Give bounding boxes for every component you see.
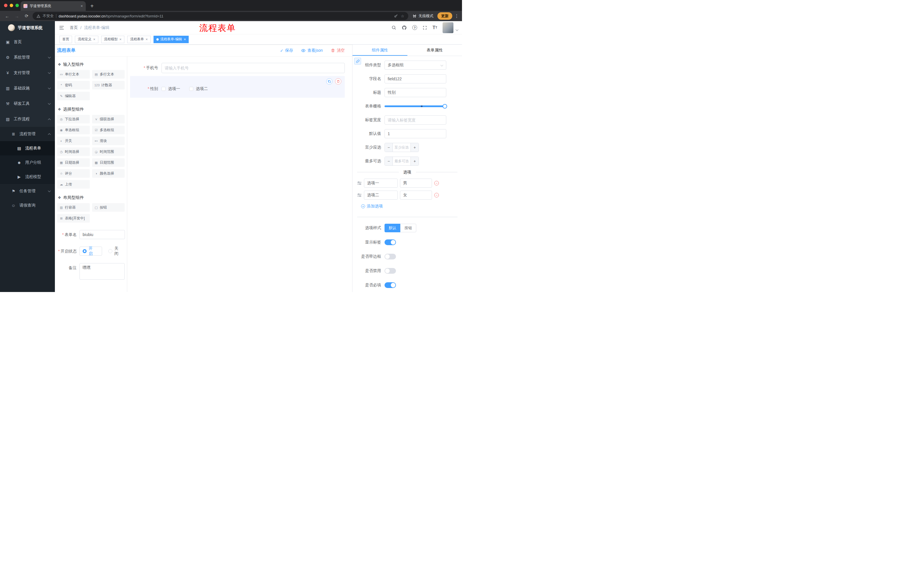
style-button-button[interactable]: 按钮 [400, 224, 416, 232]
tag-process-form-edit[interactable]: 流程表单-编辑× [153, 36, 189, 43]
tab-form-props[interactable]: 表单属性 [408, 44, 462, 56]
fullscreen-icon[interactable] [422, 25, 427, 30]
style-default-button[interactable]: 默认 [384, 224, 401, 232]
palette-item-switch[interactable]: ◐开关 [57, 137, 90, 145]
default-value-input[interactable] [384, 129, 446, 138]
minus-button[interactable]: − [385, 143, 393, 152]
tab-close-icon[interactable]: × [81, 4, 83, 8]
back-button[interactable]: ← [3, 14, 11, 18]
sidebar-item-workflow[interactable]: ▧ 工作流程 [0, 112, 55, 127]
clear-button[interactable]: 清空 [331, 48, 345, 53]
option-value-input[interactable] [400, 191, 432, 200]
address-bar[interactable]: 不安全 dashboard.yudao.iocoder.cn/bpm/manag… [33, 12, 408, 20]
breadcrumb-home[interactable]: 首页 [70, 25, 78, 30]
tag-process-model[interactable]: 流程模型× [101, 36, 125, 43]
browser-tab[interactable]: 芋道管理系统 × [21, 1, 86, 11]
help-icon[interactable]: ? [412, 25, 417, 30]
bookmark-star-icon[interactable]: ☆ [401, 14, 404, 18]
sidebar-item-payment[interactable]: ¥ 支付管理 [0, 65, 55, 81]
palette-item-color-picker[interactable]: ◑颜色选择 [92, 169, 125, 178]
remove-option-button[interactable]: − [434, 181, 439, 186]
border-toggle[interactable] [384, 254, 396, 260]
window-close-button[interactable] [4, 4, 7, 7]
phone-input[interactable] [162, 63, 345, 73]
required-toggle[interactable] [384, 282, 396, 288]
password-key-icon[interactable] [394, 14, 398, 18]
gender-option-2-checkbox[interactable]: 选项二 [189, 86, 208, 91]
form-grid-slider[interactable] [384, 102, 446, 111]
sidebar-item-system[interactable]: ⚙ 系统管理 [0, 50, 55, 65]
window-zoom-button[interactable] [15, 4, 19, 7]
minus-button[interactable]: − [385, 157, 393, 165]
slider-handle[interactable] [442, 104, 447, 109]
palette-item-dropdown[interactable]: ◎下拉选择 [57, 115, 90, 123]
form-canvas[interactable]: *手机号 [127, 57, 352, 292]
palette-item-editor[interactable]: ✎编辑器 [57, 92, 90, 100]
tag-close-icon[interactable]: × [145, 38, 148, 41]
title-input[interactable] [384, 88, 446, 97]
palette-item-rate[interactable]: ☆评分 [57, 169, 90, 178]
palette-item-multi-text[interactable]: ▤多行文本 [92, 70, 125, 79]
save-button[interactable]: ✓ 保存 [280, 48, 293, 53]
sidebar-item-process-model[interactable]: ▶ 流程模型 [0, 170, 55, 184]
palette-item-cascader[interactable]: ⋎级联选择 [92, 115, 125, 123]
palette-item-checkbox-group[interactable]: ☑多选框组 [92, 126, 125, 134]
avatar-caret-icon[interactable] [456, 28, 459, 31]
sidebar-item-process-form[interactable]: ▤ 流程表单 [0, 141, 55, 155]
palette-item-time-picker[interactable]: ◷时间选择 [57, 147, 90, 156]
palette-item-single-text[interactable]: ▭单行文本 [57, 70, 90, 79]
component-type-select[interactable]: 多选框组 [384, 61, 446, 70]
tag-home[interactable]: 首页 [59, 36, 72, 43]
tag-close-icon[interactable]: × [184, 38, 186, 41]
status-on-radio[interactable]: 开启 [79, 247, 102, 256]
update-button[interactable]: 更新 [437, 12, 452, 20]
option-value-input[interactable] [400, 179, 432, 188]
canvas-field-phone[interactable]: *手机号 [130, 63, 345, 73]
hamburger-icon[interactable] [59, 25, 64, 30]
github-icon[interactable] [402, 25, 407, 30]
disabled-toggle[interactable] [384, 268, 396, 274]
sidebar-item-leave-query[interactable]: ☺ 请假查询 [0, 198, 55, 212]
form-name-input[interactable] [79, 230, 125, 239]
drag-handle-icon[interactable] [357, 181, 361, 185]
link-icon[interactable] [354, 58, 361, 64]
copy-component-button[interactable] [326, 78, 332, 85]
window-minimize-button[interactable] [10, 4, 13, 7]
palette-item-date-picker[interactable]: ▦日期选择 [57, 158, 90, 167]
palette-item-button[interactable]: ▢按钮 [92, 203, 125, 212]
delete-component-button[interactable] [335, 78, 342, 85]
view-json-button[interactable]: 查看json [301, 48, 323, 53]
reload-button[interactable]: ⟳ [23, 13, 30, 18]
palette-item-radio-group[interactable]: ◉单选框组 [57, 126, 90, 134]
tag-process-form[interactable]: 流程表单× [127, 36, 151, 43]
tab-component-props[interactable]: 组件属性 [353, 44, 408, 56]
palette-item-upload[interactable]: ☁上传 [57, 180, 90, 189]
palette-item-time-range[interactable]: ◶时间范围 [92, 147, 125, 156]
tag-close-icon[interactable]: × [93, 38, 96, 41]
palette-item-slider[interactable]: ⊷滑块 [92, 137, 125, 145]
add-option-button[interactable]: + 添加选项 [361, 204, 383, 209]
avatar[interactable] [442, 22, 454, 33]
font-size-icon[interactable]: TT [432, 25, 437, 30]
search-icon[interactable] [391, 25, 396, 30]
option-label-input[interactable] [364, 179, 398, 188]
field-name-input[interactable] [384, 74, 446, 84]
sidebar-item-task-manage[interactable]: ⚑ 任务管理 [0, 184, 55, 198]
sidebar-item-home[interactable]: ▣ 首页 [0, 34, 55, 50]
palette-item-row-container[interactable]: ▥行容器 [57, 203, 90, 212]
show-label-toggle[interactable] [384, 239, 396, 245]
tag-process-definition[interactable]: 流程定义× [75, 36, 98, 43]
option-label-input[interactable] [364, 191, 398, 200]
status-off-radio[interactable]: 关闭 [108, 246, 118, 256]
plus-button[interactable]: + [411, 157, 419, 165]
plus-button[interactable]: + [411, 143, 419, 152]
new-tab-button[interactable]: + [90, 3, 94, 9]
remove-option-button[interactable]: − [434, 193, 439, 197]
gender-option-1-checkbox[interactable]: 选项一 [162, 86, 180, 91]
sidebar-item-devtools[interactable]: ⚒ 研发工具 [0, 96, 55, 112]
label-width-input[interactable] [384, 115, 446, 125]
drag-handle-icon[interactable] [357, 193, 361, 197]
canvas-field-gender-selected[interactable]: *性别 选项一 选项二 [130, 76, 345, 98]
sidebar-item-user-group[interactable]: ☻ 用户分组 [0, 155, 55, 170]
palette-item-date-range[interactable]: ▩日期范围 [92, 158, 125, 167]
